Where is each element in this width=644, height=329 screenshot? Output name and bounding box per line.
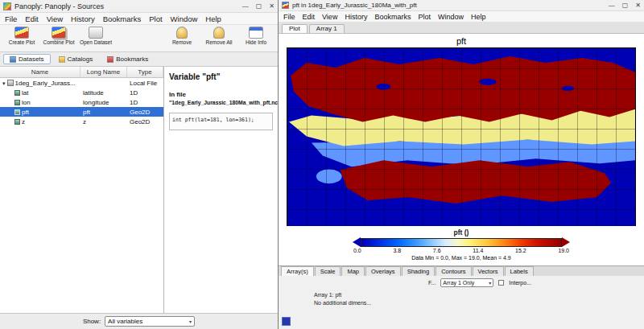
minimize-icon[interactable]: — — [609, 2, 615, 9]
interpolate-checkbox[interactable] — [498, 280, 504, 286]
menu-help[interactable]: Help — [205, 14, 221, 23]
array-info-line1: Array 1: pft — [314, 291, 644, 299]
tab-datasets[interactable]: Datasets — [3, 54, 51, 64]
data-stats: Data Min = 0.0, Max = 19.0, Mean = 4.9 — [279, 255, 644, 261]
menu-file[interactable]: File — [283, 13, 295, 21]
remove-button[interactable]: Remove — [163, 27, 200, 45]
column-type[interactable]: Type — [127, 67, 163, 77]
row-name: lat — [22, 89, 28, 97]
tick-2: 7.6 — [433, 248, 441, 253]
menu-bookmarks[interactable]: Bookmarks — [374, 13, 411, 21]
row-long-name: pft — [80, 109, 127, 116]
row-type: 1D — [127, 89, 163, 97]
maximize-icon[interactable]: ▢ — [256, 2, 262, 10]
sources-tabs: Datasets Catalogs Bookmarks — [0, 52, 278, 67]
row-name: z — [22, 118, 25, 125]
tab-arrays[interactable]: Array(s) — [281, 266, 314, 276]
menu-help[interactable]: Help — [471, 13, 486, 21]
close-icon[interactable]: ✕ — [635, 2, 641, 9]
row-name: 1deg_Early_Jurass... — [15, 80, 76, 87]
menu-file[interactable]: File — [5, 14, 17, 23]
variable-icon — [14, 119, 20, 125]
plot-window: pft in 1deg_Early_Jurassic_180Ma_with_pf… — [279, 0, 644, 329]
table-row-lat[interactable]: lat latitude 1D — [0, 88, 163, 97]
variable-icon — [14, 90, 20, 96]
tab-bookmarks[interactable]: Bookmarks — [101, 54, 155, 64]
chevron-down-icon: ▾ — [489, 281, 491, 286]
tab-array-1[interactable]: Array 1 — [309, 24, 345, 33]
tab-contours[interactable]: Contours — [436, 266, 471, 276]
array-selection-value: Array 1 Only — [443, 280, 474, 286]
open-dataset-label: Open Dataset — [80, 39, 112, 45]
table-row-dataset[interactable]: ▾ 1deg_Early_Jurass... Local File — [0, 78, 163, 88]
world-map-plot[interactable] — [287, 47, 636, 226]
menu-window[interactable]: Window — [438, 13, 464, 21]
colorbar-gradient — [361, 238, 562, 247]
colorbar[interactable] — [279, 237, 644, 247]
sources-toolbar: Create Plot Combine Plot Open Dataset Re… — [0, 25, 278, 52]
table-row-lon[interactable]: lon longitude 1D — [0, 97, 163, 107]
tab-plot[interactable]: Plot — [282, 24, 308, 33]
tab-scale[interactable]: Scale — [315, 266, 341, 276]
column-long-name[interactable]: Long Name — [80, 67, 127, 77]
open-dataset-icon — [89, 27, 103, 39]
tick-4: 15.2 — [515, 248, 526, 253]
menu-edit[interactable]: Edit — [25, 14, 38, 23]
plot-titlebar: pft in 1deg_Early_Jurassic_180Ma_with_pf… — [279, 0, 644, 11]
row-type: Local File — [127, 80, 163, 87]
close-icon[interactable]: ✕ — [269, 2, 275, 10]
menu-view[interactable]: View — [322, 13, 337, 21]
table-row-pft[interactable]: pft pft Geo2D — [0, 107, 163, 117]
expander-icon[interactable]: ▾ — [2, 80, 6, 86]
tab-overlays[interactable]: Overlays — [365, 266, 401, 276]
sources-footer: Show: All variables ▾ — [0, 313, 278, 329]
combine-plot-button[interactable]: Combine Plot — [40, 27, 77, 45]
menu-edit[interactable]: Edit — [303, 13, 316, 21]
column-name[interactable]: Name — [0, 67, 80, 77]
tab-vectors[interactable]: Vectors — [473, 266, 504, 276]
remove-all-button[interactable]: Remove All — [200, 27, 237, 45]
tab-shading[interactable]: Shading — [402, 266, 436, 276]
menu-history[interactable]: History — [345, 13, 367, 21]
minimize-icon[interactable]: — — [242, 2, 249, 10]
window-controls: — ▢ ✕ — [242, 2, 275, 10]
row-long-name: latitude — [80, 89, 127, 97]
in-file-label: In file — [169, 91, 273, 98]
tab-labels[interactable]: Labels — [505, 266, 534, 276]
menu-plot[interactable]: Plot — [418, 13, 431, 21]
tick-5: 19.0 — [558, 248, 569, 253]
catalogs-icon — [59, 56, 65, 63]
map-graticule — [287, 48, 635, 225]
colorbar-ticks: 0.0 3.8 7.6 11.4 15.2 19.0 — [353, 248, 569, 253]
table-empty-area — [0, 126, 163, 313]
tab-map[interactable]: Map — [341, 266, 365, 276]
panoply-app-icon — [3, 2, 11, 10]
row-type: Geo2D — [127, 109, 163, 116]
remove-all-label: Remove All — [206, 39, 233, 45]
tab-catalogs[interactable]: Catalogs — [52, 54, 100, 64]
menu-history[interactable]: History — [71, 14, 95, 23]
array-selection-dropdown[interactable]: Array 1 Only ▾ — [440, 278, 493, 287]
hide-info-button[interactable]: Hide Info — [237, 27, 275, 45]
menu-window[interactable]: Window — [171, 14, 198, 23]
menu-bookmarks[interactable]: Bookmarks — [103, 14, 142, 23]
remove-label: Remove — [172, 39, 192, 45]
show-value: All variables — [108, 318, 142, 325]
show-variables-dropdown[interactable]: All variables ▾ — [105, 316, 195, 327]
create-plot-button[interactable]: Create Plot — [3, 27, 40, 45]
array-info: Array 1: pft No additional dimens... — [314, 291, 644, 306]
frame-label: F... — [428, 280, 436, 286]
plot-window-title: pft in 1deg_Early_Jurassic_180Ma_with_pf… — [292, 2, 605, 9]
remove-all-icon — [213, 27, 225, 39]
colorbar-min-arrow-icon — [353, 237, 361, 247]
menu-plot[interactable]: Plot — [149, 14, 162, 23]
window-controls: — ▢ ✕ — [609, 2, 641, 9]
table-row-z[interactable]: z z Geo2D — [0, 117, 163, 126]
variable-info-panel: Variable "pft" In file "1deg_Early_Juras… — [164, 67, 278, 313]
maximize-icon[interactable]: ▢ — [622, 2, 629, 9]
open-dataset-button[interactable]: Open Dataset — [77, 27, 114, 45]
combine-plot-label: Combine Plot — [43, 39, 74, 45]
window-title: Panoply: Panoply - Sources — [14, 2, 239, 10]
sources-menubar: File Edit View History Bookmarks Plot Wi… — [0, 13, 278, 25]
menu-view[interactable]: View — [47, 14, 63, 23]
